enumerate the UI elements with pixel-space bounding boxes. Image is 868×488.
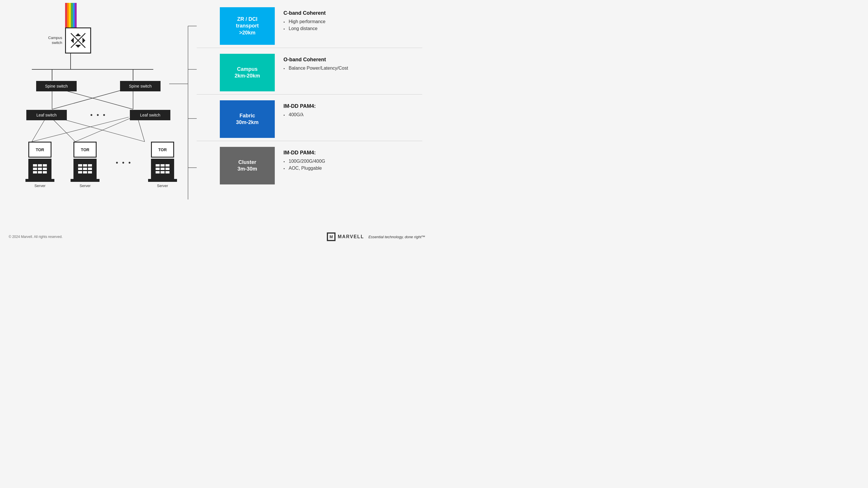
cat-campus-info: O-band Coherent Balance Power/Latency/Co… [283,54,348,72]
footer: © 2024 Marvell. All rights reserved. M M… [9,232,425,241]
spine-switch-2: Spine switch [120,81,160,91]
cat-cluster-line2: 3m-30m [238,166,257,172]
tor-server-group-3: TOR Server [148,142,177,188]
right-panel: ZR / DCI transport >20km C-band Coherent… [197,6,422,190]
campus-switch-label: Campus switch [46,36,62,45]
cat-zr-title: C-band Coherent [283,10,326,16]
server-label-1: Server [34,184,45,188]
leaf-level: Leaf switch • • • Leaf switch [14,110,182,120]
cat-fabric-line1: Fabric [240,112,255,119]
cat-box-zr: ZR / DCI transport >20km [220,7,275,45]
svg-marker-4 [75,33,81,36]
campus-switch-box [65,28,91,54]
svg-line-14 [32,117,46,142]
svg-line-18 [75,117,133,142]
cat-zr-info: C-band Coherent High performance Long di… [283,7,326,33]
svg-line-15 [51,117,75,142]
cat-zr-line2: transport [236,23,258,29]
tor-server-group-2: TOR Server [70,142,99,188]
cat-cluster-line1: Cluster [238,159,256,166]
category-campus: Campus 2km-20km O-band Coherent Balance … [197,51,422,95]
svg-marker-5 [75,45,81,48]
cat-cluster-title: IM-DD PAM4: [283,150,325,156]
cat-campus-line2: 2km-20km [235,72,260,79]
cat-campus-line1: Campus [237,66,257,72]
server-rack-1 [28,159,52,179]
svg-line-17 [32,117,129,142]
server-rack-3 [151,159,174,179]
leaf-switch-1: Leaf switch [26,110,67,120]
server-rack-2 [73,159,97,179]
cat-cluster-bullets: 100G/200G/400G AOC, Pluggable [283,159,325,171]
copyright: © 2024 Marvell. All rights reserved. [9,235,62,239]
svg-line-19 [137,117,145,142]
footer-right: M MARVELL Essential technology, done rig… [327,232,425,241]
svg-text:M: M [330,234,333,239]
cat-cluster-info: IM-DD PAM4: 100G/200G/400G AOC, Pluggabl… [283,147,325,172]
svg-marker-3 [83,38,85,43]
cat-fabric-info: IM-DD PAM4: 400G/λ [283,100,316,119]
cat-zr-line1: ZR / DCI [237,16,257,23]
leaf-dots: • • • [90,111,106,119]
spine-switch-1: Spine switch [36,81,76,91]
cat-cluster-bullet-1: 100G/200G/400G [283,159,325,164]
server-label-3: Server [157,184,168,188]
marvell-icon: M [327,232,336,241]
cat-zr-bullet-2: Long distance [283,26,326,31]
marvell-logo: M MARVELL [327,232,364,241]
cat-fabric-line2: 30m-2km [236,119,258,126]
cat-cluster-bullet-2: AOC, Pluggable [283,166,325,171]
cat-box-campus: Campus 2km-20km [220,54,275,91]
cat-campus-bullet-1: Balance Power/Latency/Cost [283,66,348,71]
cat-campus-bullets: Balance Power/Latency/Cost [283,66,348,71]
spine-level: Spine switch Spine switch [14,81,182,91]
category-fabric: Fabric 30m-2km IM-DD PAM4: 400G/λ [197,97,422,141]
svg-marker-2 [71,38,74,43]
cat-fabric-bullets: 400G/λ [283,112,316,118]
cat-zr-bullets: High performance Long distance [283,19,326,31]
category-zr-dci: ZR / DCI transport >20km C-band Coherent… [197,6,422,48]
cat-fabric-bullet-1: 400G/λ [283,112,316,118]
cat-campus-title: O-band Coherent [283,57,348,63]
server-label-2: Server [80,184,91,188]
tor-level: TOR Server TOR [18,142,185,188]
campus-switch-container: Campus switch [46,28,91,54]
marvell-brand: MARVELL [338,234,364,239]
tor-box-1: TOR [28,142,52,158]
cat-box-fabric: Fabric 30m-2km [220,100,275,138]
cat-fabric-title: IM-DD PAM4: [283,103,316,109]
cat-box-cluster: Cluster 3m-30m [220,147,275,185]
tor-box-2: TOR [73,142,97,158]
leaf-switch-2: Leaf switch [130,110,170,120]
tor-server-group-1: TOR Server [26,142,54,188]
cat-zr-bullet-1: High performance [283,19,326,24]
tagline: Essential technology, done right™ [369,235,425,239]
svg-line-16 [55,117,145,142]
cat-zr-line3: >20km [239,30,256,36]
tor-dots: • • • [116,159,132,166]
category-cluster: Cluster 3m-30m IM-DD PAM4: 100G/200G/400… [197,144,422,187]
tor-box-3: TOR [151,142,174,158]
